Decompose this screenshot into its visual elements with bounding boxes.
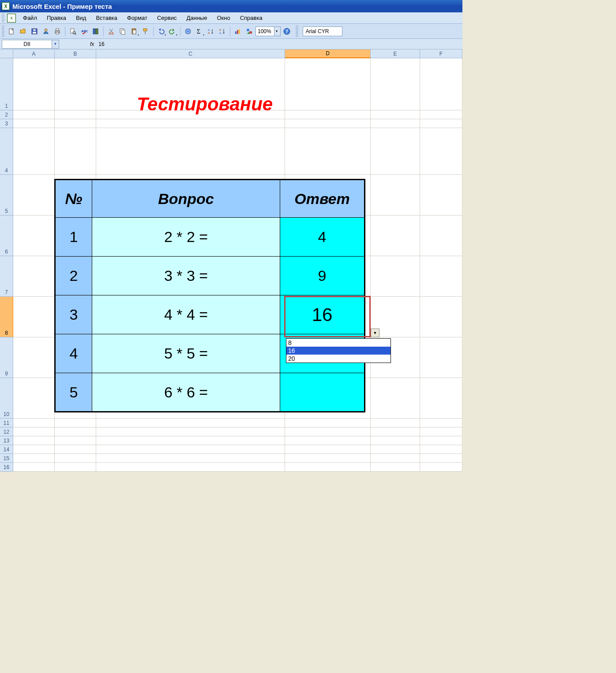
- svg-rect-20: [133, 30, 136, 34]
- cell-question[interactable]: 6 * 6 =: [92, 373, 280, 412]
- cell-question[interactable]: 2 * 2 =: [92, 218, 280, 257]
- open-button[interactable]: [18, 26, 28, 37]
- menu-window[interactable]: Окно: [212, 13, 234, 23]
- dropdown-option[interactable]: 16: [286, 347, 391, 355]
- drawing-button[interactable]: [244, 26, 255, 37]
- cell-number[interactable]: 3: [55, 295, 92, 334]
- row-header[interactable]: 12: [0, 427, 13, 436]
- font-name: Arial CYR: [303, 28, 332, 34]
- dropdown-option[interactable]: 8: [286, 339, 391, 347]
- copy-button[interactable]: [117, 26, 128, 37]
- menu-tools[interactable]: Сервис: [153, 13, 181, 23]
- cell-number[interactable]: 1: [55, 218, 92, 257]
- formula-value[interactable]: 16: [98, 41, 104, 47]
- window-titlebar: X Microsoft Excel - Пример теста: [0, 0, 462, 12]
- menu-insert[interactable]: Вставка: [91, 13, 121, 23]
- column-header[interactable]: E: [371, 49, 420, 58]
- new-button[interactable]: [6, 26, 17, 37]
- row-header[interactable]: 9: [0, 337, 13, 378]
- dropdown-button[interactable]: ▼: [371, 329, 379, 337]
- cell-answer[interactable]: 16: [280, 295, 365, 334]
- permission-button[interactable]: [41, 26, 51, 37]
- sort-asc-button[interactable]: АЯ: [206, 26, 216, 37]
- menu-edit[interactable]: Правка: [42, 13, 71, 23]
- row-header[interactable]: 10: [0, 378, 13, 419]
- row-header[interactable]: 3: [0, 119, 13, 128]
- name-box[interactable]: D8 ▼: [2, 40, 59, 49]
- svg-rect-9: [71, 29, 74, 33]
- font-selector[interactable]: Arial CYR: [303, 26, 342, 36]
- row-header[interactable]: 5: [0, 175, 13, 216]
- name-box-value: D8: [2, 41, 52, 47]
- cut-button[interactable]: [106, 26, 116, 37]
- format-painter-button[interactable]: [140, 26, 151, 37]
- undo-button[interactable]: ▾: [156, 26, 166, 37]
- menu-help[interactable]: Справка: [236, 13, 267, 23]
- column-header[interactable]: F: [420, 49, 462, 58]
- menu-view[interactable]: Вид: [71, 13, 91, 23]
- svg-marker-23: [159, 28, 161, 31]
- cell-answer[interactable]: 9: [280, 257, 365, 295]
- spelling-button[interactable]: ABC: [79, 26, 90, 37]
- column-header[interactable]: C: [96, 49, 285, 58]
- grip-icon[interactable]: [2, 14, 4, 23]
- cell-number[interactable]: 2: [55, 257, 92, 295]
- row-header[interactable]: 2: [0, 110, 13, 119]
- cell-answer[interactable]: 4: [280, 218, 365, 257]
- row-header[interactable]: 16: [0, 463, 13, 472]
- svg-text:?: ?: [285, 29, 288, 34]
- svg-point-15: [109, 33, 111, 34]
- paste-button[interactable]: ▾: [129, 26, 139, 37]
- menu-file[interactable]: Файл: [19, 13, 41, 23]
- zoom-selector[interactable]: 100% ▾: [255, 26, 281, 36]
- sheet-canvas[interactable]: Тестирование № Вопрос Ответ 12 * 2 =423 …: [13, 58, 462, 472]
- separator: [230, 26, 230, 36]
- excel-icon[interactable]: X: [7, 14, 16, 23]
- row-header[interactable]: 6: [0, 216, 13, 256]
- chart-wizard-button[interactable]: [233, 26, 243, 37]
- dropdown-list[interactable]: 81620: [286, 338, 391, 363]
- autosum-button[interactable]: Σ▾: [194, 26, 205, 37]
- window-title: Microsoft Excel - Пример теста: [12, 3, 112, 10]
- column-header[interactable]: A: [13, 49, 55, 58]
- header-question: Вопрос: [92, 180, 280, 218]
- row-header[interactable]: 11: [0, 419, 13, 427]
- menu-data[interactable]: Данные: [182, 13, 211, 23]
- chevron-down-icon[interactable]: ▼: [52, 40, 59, 48]
- header-number: №: [55, 180, 92, 218]
- row-header[interactable]: 7: [0, 256, 13, 297]
- svg-marker-24: [173, 29, 174, 31]
- print-preview-button[interactable]: [68, 26, 78, 37]
- sort-desc-button[interactable]: ЯА: [217, 26, 228, 37]
- svg-rect-8: [56, 32, 59, 34]
- grip-icon[interactable]: [296, 26, 298, 37]
- row-header[interactable]: 4: [0, 128, 13, 175]
- cell-number[interactable]: 5: [55, 373, 92, 412]
- row-header[interactable]: 1: [0, 58, 13, 110]
- row-header[interactable]: 13: [0, 436, 13, 445]
- cell-question[interactable]: 3 * 3 =: [92, 257, 280, 295]
- redo-button[interactable]: ▾: [167, 26, 178, 37]
- column-header[interactable]: B: [55, 49, 96, 58]
- hyperlink-button[interactable]: [183, 26, 193, 37]
- row-header[interactable]: 8: [0, 297, 14, 337]
- help-button[interactable]: ?: [282, 26, 292, 37]
- cell-answer[interactable]: [280, 373, 365, 412]
- svg-rect-18: [121, 30, 125, 34]
- cell-question[interactable]: 4 * 4 =: [92, 295, 280, 334]
- table-row: 23 * 3 =9: [55, 257, 365, 295]
- row-header[interactable]: 15: [0, 454, 13, 463]
- select-all-corner[interactable]: [0, 49, 13, 58]
- row-header[interactable]: 14: [0, 445, 13, 454]
- print-button[interactable]: [52, 26, 63, 37]
- fx-label[interactable]: fx: [90, 41, 94, 47]
- cell-number[interactable]: 4: [55, 334, 92, 373]
- menu-format[interactable]: Формат: [123, 13, 152, 23]
- save-button[interactable]: [29, 26, 40, 37]
- column-header[interactable]: D: [285, 49, 371, 58]
- research-button[interactable]: [90, 26, 101, 37]
- grip-icon[interactable]: [2, 26, 4, 37]
- dropdown-option[interactable]: 20: [286, 355, 391, 363]
- cell-question[interactable]: 5 * 5 =: [92, 334, 280, 373]
- chevron-down-icon[interactable]: ▾: [274, 27, 280, 36]
